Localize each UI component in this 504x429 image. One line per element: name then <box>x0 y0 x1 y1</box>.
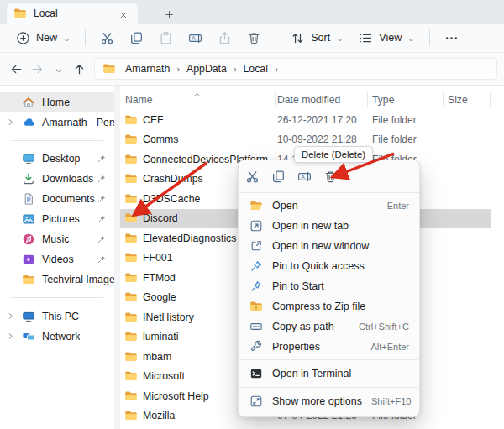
column-header-size[interactable]: Size <box>448 94 468 106</box>
copy-button[interactable] <box>122 26 151 50</box>
menu-item-open-in-terminal[interactable]: Open in Terminal <box>242 363 416 385</box>
menu-item-open[interactable]: OpenEnter <box>242 196 416 216</box>
up-button[interactable] <box>70 60 89 79</box>
column-separator[interactable] <box>275 92 276 107</box>
sidebar-item-label: Music <box>42 233 69 245</box>
folder-icon <box>124 271 138 285</box>
file-name: FTMod <box>143 272 176 284</box>
column-separator[interactable] <box>443 92 444 107</box>
file-name: CEF <box>143 114 164 126</box>
sidebar-item-desktop[interactable]: Desktop <box>0 149 114 169</box>
open-new-tab-icon <box>249 219 263 233</box>
column-header-date-modified[interactable]: Date modified <box>277 94 340 106</box>
context-copy-button[interactable] <box>266 165 290 188</box>
sidebar-item-videos[interactable]: Videos <box>0 249 114 269</box>
back-icon <box>10 63 23 76</box>
breadcrumb-segment[interactable]: AppData <box>183 62 230 76</box>
chevron-down-icon <box>55 65 63 73</box>
context-menu-items: OpenEnterOpen in new tabOpen in new wind… <box>239 193 419 412</box>
rename-icon: A <box>297 170 312 184</box>
cut-icon <box>100 31 114 45</box>
sidebar-item-label: Techviral Images <box>42 274 114 285</box>
toolbar-divider <box>276 29 276 46</box>
context-cut-button[interactable] <box>240 165 264 188</box>
sidebar-item-label: This PC <box>42 311 79 322</box>
folder-open-icon <box>249 199 263 212</box>
videos-icon <box>22 253 35 266</box>
chevron-right-icon[interactable] <box>6 311 15 321</box>
toolbar-divider <box>429 29 430 46</box>
sidebar-item-techviral-images[interactable]: Techviral Images <box>0 269 114 290</box>
sidebar-item-pictures[interactable]: Pictures <box>0 209 114 229</box>
chevron-down-icon <box>63 34 71 42</box>
context-delete-button[interactable] <box>318 165 342 188</box>
menu-item-pin-to-quick-access[interactable]: Pin to Quick access <box>242 256 416 276</box>
recent-locations-button[interactable] <box>49 60 68 79</box>
menu-item-pin-to-start[interactable]: Pin to Start <box>242 276 416 296</box>
onedrive-icon <box>22 116 35 129</box>
column-separator[interactable] <box>367 92 368 107</box>
tab-local[interactable]: Local <box>7 3 138 24</box>
file-name: FF001 <box>143 252 173 264</box>
menu-item-label: Pin to Quick access <box>272 260 409 272</box>
sidebar-item-home[interactable]: Home <box>0 92 114 112</box>
forward-button[interactable] <box>28 60 47 79</box>
properties-icon <box>249 340 263 353</box>
view-icon <box>359 31 373 45</box>
delete-button[interactable] <box>239 26 269 50</box>
sidebar-item-amarnath-person[interactable]: Amarnath - Person <box>0 112 114 133</box>
more-options-button[interactable] <box>437 26 466 50</box>
folder-icon <box>124 251 138 264</box>
cut-icon <box>245 170 260 184</box>
file-explorer-window: Local NewASortView Amarnath›AppData›Loca… <box>0 0 504 429</box>
sidebar-item-downloads[interactable]: Downloads <box>0 169 114 189</box>
column-header-name[interactable]: Name <box>125 94 153 106</box>
breadcrumb-segment[interactable]: Amarnath <box>122 62 173 76</box>
view-button[interactable]: View <box>351 26 423 50</box>
breadcrumb-separator: › <box>175 64 181 74</box>
toolbar-divider <box>85 29 86 46</box>
new-button[interactable]: New <box>8 26 78 50</box>
music-icon <box>22 233 35 246</box>
column-separator[interactable] <box>490 92 491 107</box>
rename-button[interactable]: A <box>181 26 210 50</box>
sidebar-item-documents[interactable]: Documents <box>0 189 114 209</box>
file-type: File folder <box>372 133 417 145</box>
file-row[interactable]: CEF26-12-2021 17:20File folder <box>120 110 491 130</box>
context-rename-button[interactable]: A <box>292 165 316 188</box>
file-name: Microsoft <box>143 370 185 382</box>
breadcrumb: Amarnath›AppData›Local› <box>122 62 280 76</box>
file-name: D3DSCache <box>143 193 200 205</box>
back-button[interactable] <box>7 60 26 79</box>
sidebar-scrollbar[interactable] <box>114 86 120 429</box>
sidebar-item-this-pc[interactable]: This PC <box>0 306 114 327</box>
menu-item-copy-as-path[interactable]: Copy as pathCtrl+Shift+C <box>242 317 416 337</box>
menu-item-show-more-options[interactable]: Show more optionsShift+F10 <box>242 390 416 412</box>
sidebar-item-label: Documents <box>42 193 95 205</box>
new-tab-button[interactable] <box>161 6 176 21</box>
address-box[interactable]: Amarnath›AppData›Local› <box>94 58 497 80</box>
breadcrumb-segment[interactable]: Local <box>240 62 271 76</box>
close-icon <box>119 9 128 18</box>
folder-icon <box>124 311 138 324</box>
menu-item-label: Copy as path <box>272 321 349 332</box>
menu-item-compress-to-zip-file[interactable]: Compress to Zip file <box>242 296 416 317</box>
chevron-right-icon[interactable] <box>6 332 15 341</box>
chevron-right-icon[interactable] <box>6 118 15 127</box>
cut-button[interactable] <box>92 26 122 50</box>
file-name: luminati <box>143 331 178 343</box>
column-header-type[interactable]: Type <box>372 94 394 106</box>
menu-item-properties[interactable]: PropertiesAlt+Enter <box>242 337 416 357</box>
menu-item-open-in-new-tab[interactable]: Open in new tab <box>242 216 416 236</box>
menu-item-shortcut: Alt+Enter <box>370 342 409 352</box>
sidebar-item-network[interactable]: Network <box>0 327 114 347</box>
address-bar: Amarnath›AppData›Local› <box>0 53 504 86</box>
menu-item-open-in-new-window[interactable]: Open in new window <box>242 236 416 256</box>
share-button[interactable] <box>210 26 239 50</box>
paste-button[interactable] <box>151 26 181 50</box>
sidebar-item-music[interactable]: Music <box>0 229 114 249</box>
close-tab-button[interactable] <box>116 6 131 21</box>
sidebar-item-label: Network <box>42 331 80 343</box>
column-headers: NameDate modifiedTypeSize <box>120 91 504 110</box>
sort-button[interactable]: Sort <box>283 26 351 50</box>
